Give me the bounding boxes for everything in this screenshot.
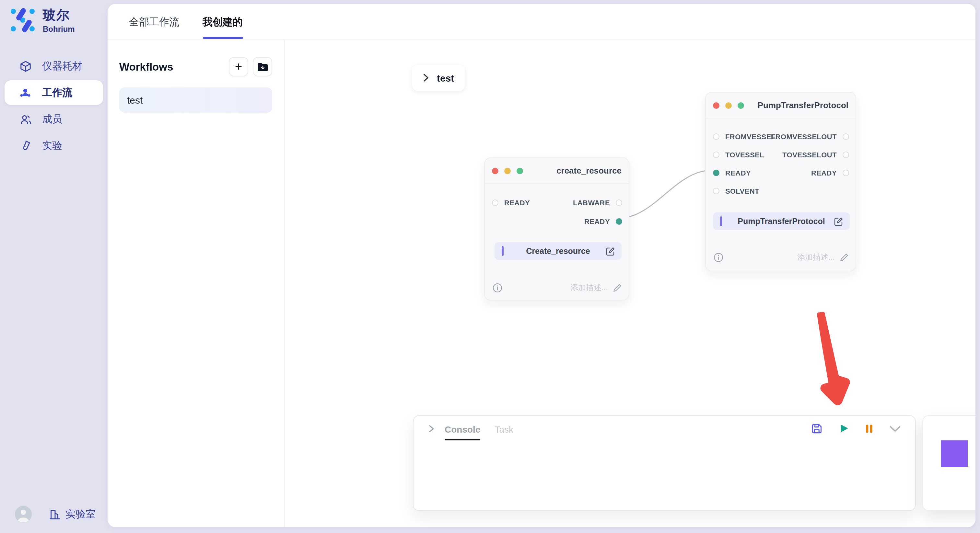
dot-yellow-icon bbox=[725, 102, 732, 108]
sidebar-item-experiments[interactable]: 实验 bbox=[5, 133, 103, 158]
port-dot-connected[interactable] bbox=[713, 170, 719, 176]
test-tube-icon bbox=[19, 139, 32, 152]
port-dot[interactable] bbox=[713, 188, 719, 194]
sidebar-footer: 实验室 bbox=[0, 504, 108, 524]
main-content: 全部工作流 我创建的 Workflows + bbox=[108, 4, 975, 527]
port-out-ready[interactable]: READY bbox=[811, 169, 849, 177]
workflow-list-item[interactable]: test bbox=[119, 87, 272, 113]
node-action-button[interactable]: Create_resource bbox=[495, 242, 622, 260]
folder-download-icon bbox=[257, 62, 268, 71]
edit-icon[interactable] bbox=[606, 246, 615, 255]
brand-latin: Bohrium bbox=[43, 25, 75, 34]
port-dot-connected[interactable] bbox=[616, 218, 622, 225]
port-in-ready[interactable]: READY bbox=[492, 199, 530, 206]
edit-icon[interactable] bbox=[834, 217, 843, 226]
port-dot[interactable] bbox=[713, 152, 719, 158]
cursor-bar bbox=[720, 216, 722, 226]
pencil-icon[interactable] bbox=[840, 253, 848, 261]
node-title: create_resource bbox=[557, 166, 622, 176]
red-arrow-annotation bbox=[810, 309, 856, 406]
breadcrumb-label: test bbox=[437, 72, 454, 83]
minimap-node bbox=[941, 440, 968, 467]
port-dot[interactable] bbox=[843, 152, 849, 158]
info-icon[interactable] bbox=[493, 283, 502, 292]
dot-green-icon bbox=[738, 102, 744, 108]
add-workflow-button[interactable]: + bbox=[229, 57, 248, 76]
port-dot[interactable] bbox=[843, 170, 849, 176]
dot-red-icon bbox=[492, 167, 498, 174]
chevron-right-icon bbox=[423, 73, 429, 82]
port-dot[interactable] bbox=[492, 200, 498, 206]
sidebar-item-workflow[interactable]: 工作流 bbox=[5, 80, 103, 105]
users-icon bbox=[19, 113, 32, 125]
run-icon[interactable] bbox=[837, 423, 849, 435]
sidebar-item-label: 仪器耗材 bbox=[42, 59, 82, 73]
port-in-ready[interactable]: READY bbox=[713, 169, 751, 177]
port-dot[interactable] bbox=[713, 133, 719, 140]
console-tab[interactable]: Console bbox=[445, 417, 480, 440]
team-icon bbox=[19, 86, 32, 99]
sidebar-item-label: 成员 bbox=[42, 113, 62, 126]
package-icon bbox=[19, 60, 32, 73]
workflows-panel: Workflows + te bbox=[108, 40, 285, 527]
sidebar-item-label: 实验 bbox=[42, 139, 62, 152]
avatar[interactable] bbox=[15, 506, 32, 523]
port-out-fromvesselout[interactable]: FROMVESSELOUT bbox=[771, 133, 849, 141]
save-icon[interactable] bbox=[811, 423, 822, 435]
sidebar: 玻尔 Bohrium 仪器耗材 bbox=[0, 0, 108, 533]
expand-icon[interactable] bbox=[428, 424, 435, 433]
sidebar-item-instruments[interactable]: 仪器耗材 bbox=[5, 54, 103, 78]
pencil-icon[interactable] bbox=[613, 283, 622, 292]
plus-icon: + bbox=[235, 60, 242, 72]
breadcrumb[interactable]: test bbox=[412, 65, 465, 90]
port-in-tovessel[interactable]: TOVESSEL bbox=[713, 151, 764, 159]
dot-yellow-icon bbox=[504, 167, 511, 174]
lab-switcher[interactable]: 实验室 bbox=[49, 508, 95, 521]
port-dot[interactable] bbox=[843, 133, 849, 140]
workflows-panel-title: Workflows bbox=[119, 60, 173, 73]
brand-name: 玻尔 bbox=[43, 6, 75, 24]
bohrium-logo-icon bbox=[9, 6, 36, 34]
port-out-ready[interactable]: READY bbox=[584, 217, 622, 225]
port-dot[interactable] bbox=[616, 200, 622, 206]
console-panel: Console Task bbox=[413, 415, 916, 511]
port-in-fromvessel[interactable]: FROMVESSEL bbox=[713, 133, 776, 141]
traffic-dots bbox=[492, 167, 523, 174]
description-placeholder[interactable]: 添加描述... bbox=[570, 282, 608, 293]
lab-label: 实验室 bbox=[65, 508, 95, 521]
port-in-solvent[interactable]: SOLVENT bbox=[713, 187, 759, 195]
workflow-tabbar: 全部工作流 我创建的 bbox=[108, 4, 975, 40]
dot-green-icon bbox=[517, 167, 523, 174]
brand-logo[interactable]: 玻尔 Bohrium bbox=[9, 6, 75, 34]
node-title: PumpTransferProtocol bbox=[758, 100, 848, 110]
building-icon bbox=[49, 508, 61, 520]
dot-red-icon bbox=[713, 102, 719, 108]
node-action-button[interactable]: PumpTransferProtocol bbox=[713, 213, 850, 230]
info-icon[interactable] bbox=[714, 252, 723, 262]
cursor-bar bbox=[502, 246, 504, 256]
workflow-canvas[interactable]: test 美化 bbox=[285, 40, 975, 527]
node-pump-transfer-protocol[interactable]: PumpTransferProtocol FROMVESSEL TOVESSEL… bbox=[705, 92, 856, 271]
traffic-dots bbox=[713, 102, 744, 108]
task-tab[interactable]: Task bbox=[495, 417, 513, 440]
import-folder-button[interactable] bbox=[253, 57, 272, 76]
console-output bbox=[414, 442, 915, 510]
node-create-resource[interactable]: create_resource READY LABWARE READY Crea… bbox=[484, 157, 629, 300]
port-out-tovesselout[interactable]: TOVESSELOUT bbox=[782, 151, 849, 159]
sidebar-item-members[interactable]: 成员 bbox=[5, 107, 103, 132]
sidebar-item-label: 工作流 bbox=[42, 86, 72, 99]
tab-my-created[interactable]: 我创建的 bbox=[202, 16, 243, 39]
description-placeholder[interactable]: 添加描述... bbox=[797, 252, 835, 263]
minimap[interactable] bbox=[922, 415, 975, 511]
collapse-icon[interactable] bbox=[889, 425, 901, 433]
bohrium-workflow-app: 玻尔 Bohrium 仪器耗材 bbox=[0, 0, 980, 533]
workflow-name: test bbox=[127, 95, 143, 106]
sidebar-nav: 仪器耗材 工作流 bbox=[0, 52, 108, 160]
port-out-labware[interactable]: LABWARE bbox=[573, 199, 622, 206]
pause-icon[interactable] bbox=[864, 423, 874, 435]
tab-all-workflows[interactable]: 全部工作流 bbox=[129, 16, 179, 39]
